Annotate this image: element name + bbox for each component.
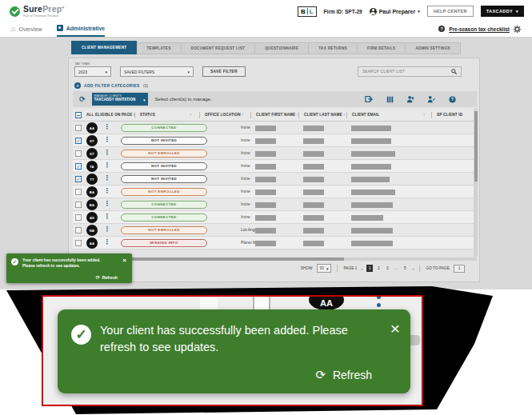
saved-filters-select[interactable]: SAVED FILTERS▾ [120, 66, 194, 77]
user-name: Paul Preparer [379, 9, 416, 14]
row-menu-icon[interactable]: ⋮ [104, 213, 110, 220]
help-icon[interactable]: ? [448, 95, 456, 103]
page-number: … [393, 265, 399, 272]
row-menu-icon[interactable]: ⋮ [104, 137, 110, 143]
taxcaddy-button[interactable]: TAXCADDY▾ [481, 6, 524, 17]
last-name-redacted-bar [303, 241, 324, 246]
next-page-icon[interactable]: › [412, 266, 414, 271]
page-numbers: 123…5 [366, 265, 408, 272]
tab-document-request-list[interactable]: DOCUMENT REQUEST LIST [182, 42, 256, 54]
status-badge: CONNECTED [121, 124, 207, 133]
page-number[interactable]: 1 [366, 265, 373, 272]
email-redacted-bar [351, 228, 393, 233]
gear-icon[interactable] [514, 26, 521, 33]
client-search[interactable] [358, 66, 462, 77]
tab-admin-settings[interactable]: ADMIN SETTINGS [406, 42, 461, 54]
close-icon[interactable]: × [122, 257, 126, 264]
refresh-icon[interactable]: ⟳ [79, 95, 86, 103]
table-row: NB⋮NOT ENROLLEDLos Angeles [73, 224, 477, 237]
column-all-eligible[interactable]: ALL ELIGIBLE ON PAGE ▾ [86, 113, 135, 117]
last-name-redacted-bar [303, 151, 324, 157]
close-icon[interactable]: × [390, 320, 400, 337]
nav-administrative[interactable]: Administrative [57, 21, 106, 37]
row-checkbox[interactable] [75, 125, 82, 131]
pre-season-checklist-link[interactable]: Pre-season tax checklist [449, 26, 510, 32]
columns-icon[interactable] [386, 95, 394, 103]
nav-overview[interactable]: ⌂ Overview [11, 21, 42, 37]
search-input[interactable] [362, 70, 451, 74]
status-badge: NOT INVITED [121, 162, 207, 171]
row-checkbox[interactable] [75, 150, 82, 157]
status-badge: NOT ENROLLED [121, 188, 207, 197]
table-row: TA⋮NOT INVITEDIrvine [73, 160, 477, 173]
add-client-icon[interactable] [406, 95, 414, 103]
row-checkbox[interactable] [75, 240, 82, 246]
column-status[interactable]: STATUS [140, 113, 155, 117]
last-name-redacted-bar [303, 190, 324, 195]
status-badge: NOT ENROLLED [121, 226, 207, 235]
page-size-select[interactable]: 50▾ [317, 264, 332, 273]
column-sp-client-id[interactable]: SP CLIENT ID [437, 113, 462, 117]
row-menu-icon[interactable]: ⋮ [104, 188, 110, 194]
refresh-button[interactable]: ⟳ Refresh [96, 274, 118, 280]
column-last-name[interactable]: CLIENT LAST NAME ↑ [304, 113, 346, 117]
search-icon [451, 69, 457, 74]
tab-questionnaire[interactable]: QUESTIONNAIRE [255, 42, 309, 54]
tab-client-management[interactable]: CLIENT MANAGEMENT [71, 41, 137, 54]
row-menu-icon[interactable]: ⋮ [104, 239, 110, 245]
magnified-callout: AA ✓ Your client has successfully been a… [42, 295, 423, 406]
row-checkbox[interactable] [75, 163, 82, 170]
goto-page-input[interactable]: 1 [454, 265, 465, 273]
row-menu-icon[interactable]: ⋮ [104, 226, 110, 233]
goto-label: GO TO PAGE [426, 266, 450, 270]
row-checkbox[interactable] [75, 189, 82, 195]
select-all-checkbox[interactable] [75, 112, 82, 118]
column-email[interactable]: CLIENT EMAIL [352, 113, 380, 117]
row-menu-icon[interactable]: ⋮ [104, 201, 110, 207]
refresh-button[interactable]: ⟳ Refresh [315, 368, 372, 382]
row-checkbox[interactable] [75, 176, 82, 182]
status-badge: MISSING INFO [121, 239, 207, 248]
help-center-button[interactable]: HELP CENTER [427, 6, 474, 17]
top-header: SurePrep® Part of Thomson Reuters BL Fir… [0, 0, 532, 21]
magnified-row-checkbox [253, 295, 270, 311]
row-checkbox[interactable] [75, 227, 82, 233]
horizontal-scrollbar[interactable] [73, 257, 477, 261]
row-menu-icon[interactable]: ⋮ [104, 150, 110, 156]
page-number[interactable]: 3 [384, 265, 390, 272]
last-name-redacted-bar [303, 215, 324, 221]
row-checkbox[interactable] [75, 138, 82, 144]
export-icon[interactable] [365, 95, 373, 103]
row-checkbox[interactable] [75, 202, 82, 208]
column-office-location[interactable]: OFFICE LOCATION ↑ [205, 113, 244, 117]
add-filter-categories[interactable]: + ADD FILTER CATEGORIES (0) [74, 82, 148, 89]
office-location: Irvine [241, 202, 250, 206]
avatar: TA [86, 161, 98, 172]
page-number[interactable]: 2 [375, 265, 382, 272]
sort-up-icon[interactable]: ↑ [190, 113, 192, 117]
tab-firm-details[interactable]: FIRM DETAILS [358, 42, 406, 54]
last-name-redacted-bar [303, 228, 324, 233]
first-name-redacted-bar [255, 215, 276, 221]
row-menu-icon[interactable]: ⋮ [104, 175, 110, 182]
first-name-redacted-bar [255, 126, 276, 131]
user-menu[interactable]: Paul Preparer ▾ [370, 8, 420, 15]
email-redacted-bar [351, 177, 390, 182]
first-name-redacted-bar [255, 190, 276, 195]
email-redacted-bar [351, 215, 383, 221]
vertical-scrollbar[interactable] [474, 109, 478, 257]
manage-clients-dropdown[interactable]: MANAGE CLIENTS TAXCADDY INVITATION ▾ [92, 93, 148, 106]
row-menu-icon[interactable]: ⋮ [104, 124, 110, 130]
row-checkbox[interactable] [75, 214, 82, 221]
page-number[interactable]: 5 [402, 265, 408, 272]
prev-page-icon[interactable]: ‹ [361, 266, 362, 271]
sort-up-icon[interactable]: ↑ [423, 113, 426, 117]
tab-templates[interactable]: TEMPLATES [137, 42, 181, 54]
tax-year-select[interactable]: 2023▾ [74, 66, 111, 77]
edit-client-icon[interactable] [427, 95, 435, 103]
column-first-name[interactable]: CLIENT FIRST NAME ↑ [256, 113, 298, 117]
row-menu-icon[interactable]: ⋮ [104, 162, 110, 169]
chevron-down-icon: ▾ [516, 9, 518, 14]
tab-tax-returns[interactable]: TAX RETURNS [309, 42, 358, 54]
save-filter-button[interactable]: SAVE FILTER [202, 66, 246, 77]
